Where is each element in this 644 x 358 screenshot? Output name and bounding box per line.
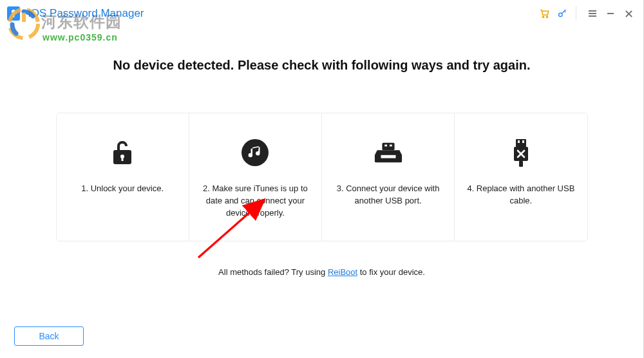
- usb-cable-icon: [506, 138, 536, 167]
- svg-rect-24: [522, 140, 524, 143]
- svg-rect-21: [381, 155, 395, 158]
- card-text: 1. Unlock your device.: [81, 183, 164, 195]
- svg-rect-23: [518, 140, 520, 143]
- card-text: 3. Connect your device with another USB …: [334, 183, 442, 207]
- card-usb-port: 3. Connect your device with another USB …: [321, 113, 454, 241]
- menu-icon[interactable]: [585, 6, 600, 21]
- svg-rect-18: [382, 143, 394, 151]
- failed-prefix: All methods failed? Try using: [218, 267, 328, 277]
- svg-point-6: [546, 16, 547, 17]
- svg-point-7: [559, 13, 562, 16]
- card-itunes: 2. Make sure iTunes is up to date and ca…: [189, 113, 321, 241]
- titlebar-separator: [576, 6, 576, 21]
- unlock-icon: [108, 138, 137, 167]
- close-icon[interactable]: [621, 6, 636, 21]
- usb-port-icon: [374, 138, 403, 167]
- svg-rect-20: [390, 145, 392, 147]
- card-usb-cable: 4. Replace with another USB cable.: [454, 113, 587, 241]
- methods-failed-text: All methods failed? Try using ReiBoot to…: [218, 267, 425, 277]
- key-icon[interactable]: [555, 6, 569, 21]
- minimize-icon[interactable]: [603, 6, 618, 21]
- svg-rect-22: [516, 139, 526, 147]
- card-unlock-device: 1. Unlock your device.: [57, 113, 189, 241]
- app-logo-icon: [5, 5, 22, 22]
- svg-point-5: [542, 16, 544, 17]
- app-title: iOS Password Manager: [28, 7, 533, 20]
- itunes-icon: [240, 138, 270, 167]
- no-device-heading: No device detected. Please check with fo…: [113, 58, 531, 73]
- back-button[interactable]: Back: [14, 326, 84, 346]
- card-text: 2. Make sure iTunes is up to date and ca…: [201, 183, 310, 220]
- failed-suffix: to fix your device.: [357, 267, 425, 277]
- reiboot-link[interactable]: ReiBoot: [328, 267, 357, 277]
- suggestion-cards: 1. Unlock your device. 2. Make sure iTun…: [56, 113, 588, 241]
- footer: Back: [0, 321, 643, 358]
- svg-rect-4: [13, 13, 15, 17]
- svg-rect-26: [519, 161, 523, 167]
- titlebar: iOS Password Manager: [0, 0, 643, 27]
- svg-rect-19: [384, 145, 387, 147]
- main-content: No device detected. Please check with fo…: [0, 27, 643, 321]
- cart-icon[interactable]: [537, 6, 551, 21]
- card-text: 4. Replace with another USB cable.: [466, 183, 575, 207]
- svg-point-17: [242, 139, 269, 166]
- svg-rect-16: [122, 157, 124, 161]
